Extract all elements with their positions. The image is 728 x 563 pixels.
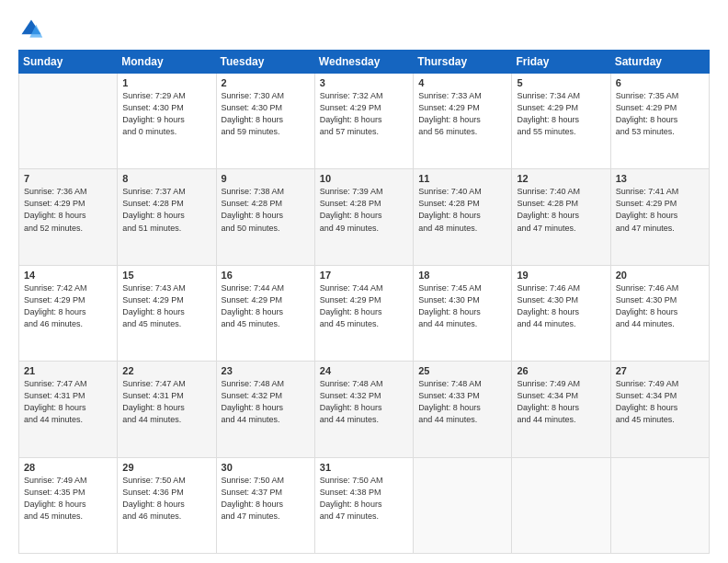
day-info: Sunrise: 7:40 AM Sunset: 4:28 PM Dayligh…: [418, 186, 506, 234]
day-info: Sunrise: 7:50 AM Sunset: 4:37 PM Dayligh…: [222, 475, 310, 523]
weekday-header-row: SundayMondayTuesdayWednesdayThursdayFrid…: [19, 51, 710, 74]
day-number: 14: [24, 270, 112, 281]
day-number: 15: [122, 270, 210, 281]
weekday-header-tuesday: Tuesday: [216, 51, 314, 74]
day-info: Sunrise: 7:48 AM Sunset: 4:32 PM Dayligh…: [222, 378, 310, 426]
day-info: Sunrise: 7:40 AM Sunset: 4:28 PM Dayligh…: [517, 186, 605, 234]
day-number: 2: [222, 77, 310, 88]
day-cell-17: 17Sunrise: 7:44 AM Sunset: 4:29 PM Dayli…: [314, 265, 413, 361]
day-number: 19: [517, 270, 605, 281]
day-info: Sunrise: 7:42 AM Sunset: 4:29 PM Dayligh…: [24, 282, 112, 330]
day-info: Sunrise: 7:34 AM Sunset: 4:29 PM Dayligh…: [517, 90, 605, 138]
empty-cell: [414, 457, 512, 553]
day-info: Sunrise: 7:50 AM Sunset: 4:38 PM Dayligh…: [320, 475, 408, 523]
day-number: 13: [616, 173, 704, 184]
day-cell-19: 19Sunrise: 7:46 AM Sunset: 4:30 PM Dayli…: [512, 265, 610, 361]
week-row-0: 1Sunrise: 7:29 AM Sunset: 4:30 PM Daylig…: [19, 74, 710, 169]
day-info: Sunrise: 7:48 AM Sunset: 4:32 PM Dayligh…: [320, 378, 408, 426]
day-cell-29: 29Sunrise: 7:50 AM Sunset: 4:36 PM Dayli…: [118, 457, 216, 553]
day-number: 10: [320, 173, 408, 184]
day-cell-11: 11Sunrise: 7:40 AM Sunset: 4:28 PM Dayli…: [414, 169, 512, 265]
day-number: 31: [320, 462, 408, 473]
day-cell-2: 2Sunrise: 7:30 AM Sunset: 4:30 PM Daylig…: [216, 74, 314, 169]
day-cell-1: 1Sunrise: 7:29 AM Sunset: 4:30 PM Daylig…: [118, 74, 216, 169]
day-number: 25: [418, 365, 506, 376]
day-cell-21: 21Sunrise: 7:47 AM Sunset: 4:31 PM Dayli…: [19, 362, 118, 457]
day-cell-8: 8Sunrise: 7:37 AM Sunset: 4:28 PM Daylig…: [118, 169, 216, 265]
day-info: Sunrise: 7:48 AM Sunset: 4:33 PM Dayligh…: [418, 378, 506, 426]
day-cell-24: 24Sunrise: 7:48 AM Sunset: 4:32 PM Dayli…: [314, 362, 413, 457]
week-row-1: 7Sunrise: 7:36 AM Sunset: 4:29 PM Daylig…: [19, 169, 710, 265]
day-cell-14: 14Sunrise: 7:42 AM Sunset: 4:29 PM Dayli…: [19, 265, 118, 361]
day-number: 6: [616, 77, 704, 88]
day-info: Sunrise: 7:50 AM Sunset: 4:36 PM Dayligh…: [122, 475, 210, 523]
day-cell-13: 13Sunrise: 7:41 AM Sunset: 4:29 PM Dayli…: [610, 169, 709, 265]
day-cell-10: 10Sunrise: 7:39 AM Sunset: 4:28 PM Dayli…: [314, 169, 413, 265]
day-cell-18: 18Sunrise: 7:45 AM Sunset: 4:30 PM Dayli…: [414, 265, 512, 361]
day-cell-26: 26Sunrise: 7:49 AM Sunset: 4:34 PM Dayli…: [512, 362, 610, 457]
day-number: 7: [24, 173, 112, 184]
day-number: 3: [320, 77, 408, 88]
day-number: 12: [517, 173, 605, 184]
week-row-2: 14Sunrise: 7:42 AM Sunset: 4:29 PM Dayli…: [19, 265, 710, 361]
day-info: Sunrise: 7:41 AM Sunset: 4:29 PM Dayligh…: [616, 186, 704, 234]
week-row-4: 28Sunrise: 7:49 AM Sunset: 4:35 PM Dayli…: [19, 457, 710, 553]
day-cell-16: 16Sunrise: 7:44 AM Sunset: 4:29 PM Dayli…: [216, 265, 314, 361]
empty-cell: [512, 457, 610, 553]
day-info: Sunrise: 7:35 AM Sunset: 4:29 PM Dayligh…: [616, 90, 704, 138]
day-number: 4: [418, 77, 506, 88]
day-info: Sunrise: 7:46 AM Sunset: 4:30 PM Dayligh…: [517, 282, 605, 330]
day-number: 18: [418, 270, 506, 281]
day-cell-20: 20Sunrise: 7:46 AM Sunset: 4:30 PM Dayli…: [610, 265, 709, 361]
day-cell-12: 12Sunrise: 7:40 AM Sunset: 4:28 PM Dayli…: [512, 169, 610, 265]
day-cell-5: 5Sunrise: 7:34 AM Sunset: 4:29 PM Daylig…: [512, 74, 610, 169]
page: SundayMondayTuesdayWednesdayThursdayFrid…: [0, 0, 728, 563]
day-info: Sunrise: 7:29 AM Sunset: 4:30 PM Dayligh…: [122, 90, 210, 138]
logo: [18, 17, 48, 42]
day-cell-7: 7Sunrise: 7:36 AM Sunset: 4:29 PM Daylig…: [19, 169, 118, 265]
day-info: Sunrise: 7:44 AM Sunset: 4:29 PM Dayligh…: [222, 282, 310, 330]
day-info: Sunrise: 7:49 AM Sunset: 4:34 PM Dayligh…: [517, 378, 605, 426]
day-cell-3: 3Sunrise: 7:32 AM Sunset: 4:29 PM Daylig…: [314, 74, 413, 169]
weekday-header-thursday: Thursday: [414, 51, 512, 74]
day-info: Sunrise: 7:38 AM Sunset: 4:28 PM Dayligh…: [222, 186, 310, 234]
day-number: 21: [24, 365, 112, 376]
weekday-header-saturday: Saturday: [610, 51, 709, 74]
calendar-table: SundayMondayTuesdayWednesdayThursdayFrid…: [18, 50, 710, 554]
day-info: Sunrise: 7:45 AM Sunset: 4:30 PM Dayligh…: [418, 282, 506, 330]
day-info: Sunrise: 7:49 AM Sunset: 4:34 PM Dayligh…: [616, 378, 704, 426]
day-info: Sunrise: 7:46 AM Sunset: 4:30 PM Dayligh…: [616, 282, 704, 330]
day-number: 1: [122, 77, 210, 88]
empty-cell: [610, 457, 709, 553]
day-number: 16: [222, 270, 310, 281]
day-info: Sunrise: 7:30 AM Sunset: 4:30 PM Dayligh…: [222, 90, 310, 138]
day-cell-15: 15Sunrise: 7:43 AM Sunset: 4:29 PM Dayli…: [118, 265, 216, 361]
day-number: 9: [222, 173, 310, 184]
day-info: Sunrise: 7:49 AM Sunset: 4:35 PM Dayligh…: [24, 475, 112, 523]
day-number: 24: [320, 365, 408, 376]
weekday-header-monday: Monday: [118, 51, 216, 74]
week-row-3: 21Sunrise: 7:47 AM Sunset: 4:31 PM Dayli…: [19, 362, 710, 457]
day-number: 11: [418, 173, 506, 184]
day-number: 28: [24, 462, 112, 473]
day-number: 17: [320, 270, 408, 281]
day-cell-30: 30Sunrise: 7:50 AM Sunset: 4:37 PM Dayli…: [216, 457, 314, 553]
day-cell-27: 27Sunrise: 7:49 AM Sunset: 4:34 PM Dayli…: [610, 362, 709, 457]
day-info: Sunrise: 7:32 AM Sunset: 4:29 PM Dayligh…: [320, 90, 408, 138]
day-cell-4: 4Sunrise: 7:33 AM Sunset: 4:29 PM Daylig…: [414, 74, 512, 169]
day-number: 26: [517, 365, 605, 376]
day-info: Sunrise: 7:36 AM Sunset: 4:29 PM Dayligh…: [24, 186, 112, 234]
day-number: 29: [122, 462, 210, 473]
day-cell-31: 31Sunrise: 7:50 AM Sunset: 4:38 PM Dayli…: [314, 457, 413, 553]
day-number: 8: [122, 173, 210, 184]
day-number: 5: [517, 77, 605, 88]
weekday-header-friday: Friday: [512, 51, 610, 74]
logo-icon: [18, 17, 44, 42]
weekday-header-sunday: Sunday: [19, 51, 118, 74]
day-info: Sunrise: 7:44 AM Sunset: 4:29 PM Dayligh…: [320, 282, 408, 330]
day-number: 30: [222, 462, 310, 473]
day-info: Sunrise: 7:39 AM Sunset: 4:28 PM Dayligh…: [320, 186, 408, 234]
day-cell-9: 9Sunrise: 7:38 AM Sunset: 4:28 PM Daylig…: [216, 169, 314, 265]
day-number: 23: [222, 365, 310, 376]
day-number: 27: [616, 365, 704, 376]
